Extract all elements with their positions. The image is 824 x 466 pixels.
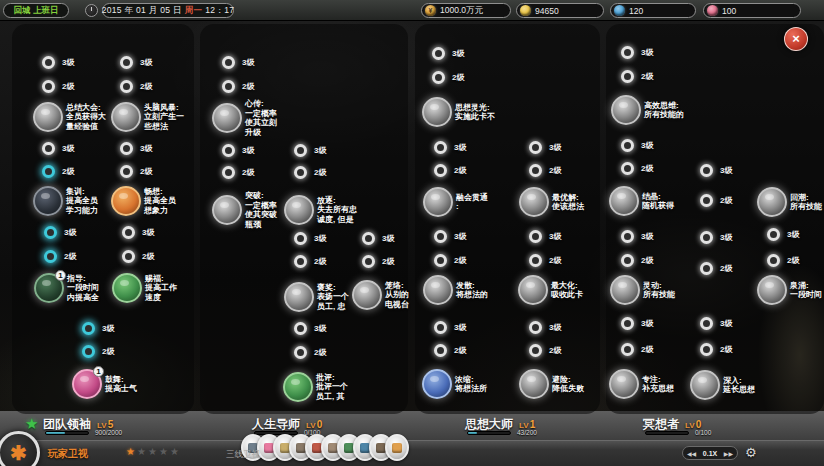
skill-node-text: 结晶: 随机获得 (642, 192, 674, 211)
clover-hand-icon[interactable] (112, 273, 142, 303)
scales-icon[interactable] (519, 187, 549, 217)
head-max-icon[interactable] (518, 275, 548, 305)
skill-node-small[interactable] (621, 70, 634, 83)
skill-node-small[interactable] (529, 230, 542, 243)
skill-node-small[interactable] (621, 46, 634, 59)
concentric-rings-icon[interactable] (611, 95, 641, 125)
skill-node-small[interactable] (621, 162, 634, 175)
crystal-icon[interactable] (609, 186, 639, 216)
gear-meeting-icon[interactable] (33, 102, 63, 132)
criticize-icon[interactable] (283, 372, 313, 402)
skill-node-level-label: 2级 (140, 166, 152, 177)
skill-node-small[interactable] (42, 165, 55, 178)
skill-node-small[interactable] (434, 321, 447, 334)
skill-node-level-label: 2级 (641, 255, 653, 266)
skill-node-small[interactable] (120, 142, 133, 155)
class-progress-bar (45, 431, 89, 435)
skill-node-small[interactable] (700, 343, 713, 356)
skill-node-small[interactable] (362, 232, 375, 245)
skill-node-small[interactable] (44, 250, 57, 263)
skill-node-small[interactable] (42, 56, 55, 69)
skill-node-small[interactable] (434, 254, 447, 267)
skill-node-small[interactable] (529, 321, 542, 334)
lightbulb-rays-icon[interactable] (423, 275, 453, 305)
skill-node-small[interactable] (222, 56, 235, 69)
skill-node-small[interactable] (700, 262, 713, 275)
skill-node-small[interactable] (434, 344, 447, 357)
skill-node-small[interactable] (432, 47, 445, 60)
skill-node-small[interactable] (621, 254, 634, 267)
skill-node-small[interactable] (700, 317, 713, 330)
brainstorm-icon[interactable] (111, 102, 141, 132)
exile-figure-icon[interactable] (284, 195, 314, 225)
skill-node-level-label: 2级 (720, 263, 732, 274)
skill-node-small[interactable] (621, 139, 634, 152)
skill-node-small[interactable] (120, 165, 133, 178)
skill-node-small[interactable] (294, 144, 307, 157)
risk-dice-icon[interactable] (519, 369, 549, 399)
skill-node-small[interactable] (700, 194, 713, 207)
skill-node-small[interactable] (621, 230, 634, 243)
skill-node-small[interactable] (294, 322, 307, 335)
head-profile-icon[interactable] (609, 369, 639, 399)
skill-node-text: 集训: 提高全员 学习能力 (66, 187, 98, 216)
house-icon[interactable] (385, 434, 409, 461)
weekday-text: 周一 (185, 5, 203, 17)
location-button[interactable]: 回城 上班日 (3, 3, 69, 18)
skill-node-small[interactable] (82, 345, 95, 358)
skill-node-small[interactable] (767, 254, 780, 267)
skill-node-small[interactable] (529, 164, 542, 177)
skill-node-small[interactable] (434, 141, 447, 154)
skill-node-small[interactable] (700, 231, 713, 244)
skill-node-small[interactable] (44, 226, 57, 239)
moon-sphere-icon[interactable] (422, 97, 452, 127)
bottle-icon[interactable] (212, 195, 242, 225)
cycle-arrow-icon[interactable] (757, 187, 787, 217)
skill-node-small[interactable] (82, 322, 95, 335)
skill-node-small[interactable] (294, 346, 307, 359)
skill-node-small[interactable] (122, 250, 135, 263)
wave-icon[interactable] (757, 275, 787, 305)
skill-node-small[interactable] (432, 71, 445, 84)
skill-node-small[interactable] (621, 343, 634, 356)
praise-ribbon-icon[interactable] (284, 282, 314, 312)
skill-node-level-label: 2级 (314, 167, 326, 178)
skill-node-small[interactable] (120, 56, 133, 69)
skill-node-small[interactable] (222, 80, 235, 93)
skill-node-small[interactable] (434, 230, 447, 243)
skill-node-small[interactable] (529, 254, 542, 267)
skill-node-small[interactable] (294, 232, 307, 245)
skill-node-small[interactable] (42, 80, 55, 93)
skill-node-text: 褒奖: 表扬一个 员工, 忠 (317, 283, 349, 312)
settings-gear-icon[interactable]: ⚙ (745, 445, 757, 460)
skill-node-small[interactable] (700, 164, 713, 177)
skill-node-small[interactable] (529, 141, 542, 154)
skill-node-small[interactable] (434, 164, 447, 177)
close-button[interactable]: × (784, 27, 808, 51)
speed-rewind-button[interactable]: ◀◀ (687, 450, 696, 457)
speed-forward-button[interactable]: ▶▶ (724, 450, 733, 457)
skill-node-small[interactable] (362, 255, 375, 268)
deep-well-icon[interactable] (690, 370, 720, 400)
blackboard-icon[interactable]: 1 (34, 273, 64, 303)
skill-node-small[interactable] (120, 80, 133, 93)
imagination-brain-icon[interactable] (111, 186, 141, 216)
skill-node-small[interactable] (621, 317, 634, 330)
skill-point-badge: 1 (93, 366, 104, 377)
skill-node-small[interactable] (42, 142, 55, 155)
skill-node-small[interactable] (529, 344, 542, 357)
skill-node-small[interactable] (122, 226, 135, 239)
skill-node-small[interactable] (222, 166, 235, 179)
butterfly-icon[interactable] (610, 275, 640, 305)
skill-node-small[interactable] (222, 144, 235, 157)
lecture-icon[interactable] (33, 186, 63, 216)
skill-node-small[interactable] (294, 166, 307, 179)
waterdrops-icon[interactable] (422, 369, 452, 399)
brain-transfer-icon[interactable] (212, 103, 242, 133)
skill-node-text: 放逐: 失去所有忠 诚度, 但是 (317, 196, 357, 225)
recruit-hands-icon[interactable] (352, 280, 382, 310)
swirl-icon[interactable] (423, 187, 453, 217)
skill-node-small[interactable] (767, 228, 780, 241)
fist-icon[interactable]: 1 (72, 369, 102, 399)
skill-node-small[interactable] (294, 255, 307, 268)
